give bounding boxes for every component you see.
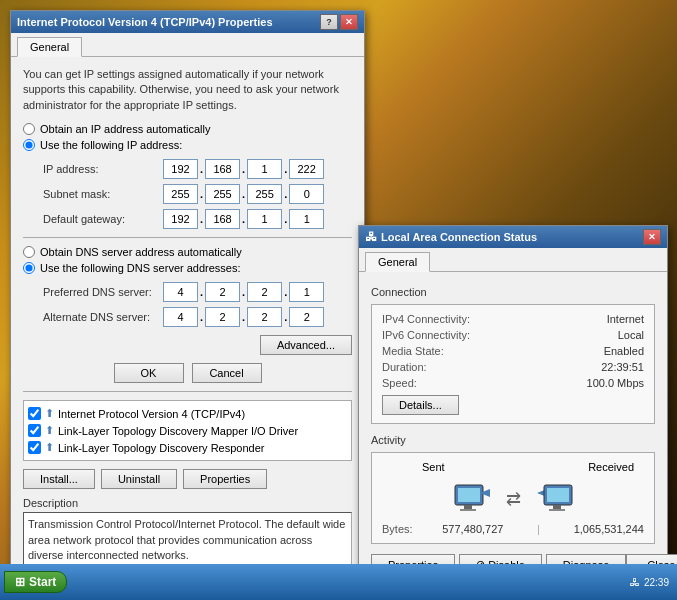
lac-tab-bar: General xyxy=(359,248,667,272)
lac-title-bar[interactable]: 🖧 Local Area Connection Status ✕ xyxy=(359,226,667,248)
speed-value: 100.0 Mbps xyxy=(587,377,644,389)
bytes-divider: | xyxy=(537,523,540,535)
gateway-seg-1[interactable] xyxy=(163,209,198,229)
ip-address-label: IP address: xyxy=(43,163,163,175)
lac-content: Connection IPv4 Connectivity: Internet I… xyxy=(359,272,667,585)
close-button[interactable]: ✕ xyxy=(340,14,358,30)
install-button[interactable]: Install... xyxy=(23,469,95,489)
speed-row: Speed: 100.0 Mbps xyxy=(382,377,644,389)
pdns-seg-3[interactable] xyxy=(247,282,282,302)
auto-ip-radio[interactable] xyxy=(23,123,35,135)
preferred-dns-row: Preferred DNS server: . . . xyxy=(43,282,352,302)
adns-seg-2[interactable] xyxy=(205,307,240,327)
details-btn-row: Details... xyxy=(382,395,644,415)
lac-title-icon: 🖧 xyxy=(365,230,377,244)
subnet-seg-3[interactable] xyxy=(247,184,282,204)
component-item-1[interactable]: ⬆ Internet Protocol Version 4 (TCP/IPv4) xyxy=(28,405,347,422)
component-cb-3[interactable] xyxy=(28,441,41,454)
ip-fields-group: IP address: . . . Subnet mask: . . xyxy=(43,159,352,229)
gateway-field[interactable]: . . . xyxy=(163,209,324,229)
pdns-seg-1[interactable] xyxy=(163,282,198,302)
ipv4-label: IPv4 Connectivity: xyxy=(382,313,470,325)
details-button[interactable]: Details... xyxy=(382,395,459,415)
cancel-button-1[interactable]: Cancel xyxy=(192,363,262,383)
preferred-dns-field[interactable]: . . . xyxy=(163,282,324,302)
component-label-3: Link-Layer Topology Discovery Responder xyxy=(58,442,264,454)
subnet-seg-4[interactable] xyxy=(289,184,324,204)
dns-radio-group: Obtain DNS server address automatically … xyxy=(23,246,352,274)
received-computer-icon xyxy=(527,481,577,517)
component-cb-1[interactable] xyxy=(28,407,41,420)
activity-sent-received-labels: Sent Received xyxy=(382,461,644,473)
gateway-seg-3[interactable] xyxy=(247,209,282,229)
uninstall-button[interactable]: Uninstall xyxy=(101,469,177,489)
ok-button-1[interactable]: OK xyxy=(114,363,184,383)
subnet-field[interactable]: . . . xyxy=(163,184,324,204)
sent-bytes-value: 577,480,727 xyxy=(442,523,503,535)
lac-title-text: Local Area Connection Status xyxy=(381,231,537,243)
activity-section: Sent Received ⇄ xyxy=(371,452,655,544)
ip-address-row: IP address: . . . xyxy=(43,159,352,179)
svg-rect-3 xyxy=(460,509,476,511)
adns-seg-3[interactable] xyxy=(247,307,282,327)
ipv4-value: Internet xyxy=(607,313,644,325)
ip-radio-group: Obtain an IP address automatically Use t… xyxy=(23,123,352,151)
component-item-2[interactable]: ⬆ Link-Layer Topology Discovery Mapper I… xyxy=(28,422,347,439)
lac-close-button[interactable]: ✕ xyxy=(643,229,661,245)
bytes-label: Bytes: xyxy=(382,523,413,535)
media-value: Enabled xyxy=(604,345,644,357)
auto-ip-label: Obtain an IP address automatically xyxy=(40,123,210,135)
adns-seg-1[interactable] xyxy=(163,307,198,327)
ip-address-field[interactable]: . . . xyxy=(163,159,324,179)
manual-ip-radio[interactable] xyxy=(23,139,35,151)
subnet-seg-2[interactable] xyxy=(205,184,240,204)
received-label: Received xyxy=(588,461,634,473)
ip-seg-3[interactable] xyxy=(247,159,282,179)
subnet-label: Subnet mask: xyxy=(43,188,163,200)
ip-seg-4[interactable] xyxy=(289,159,324,179)
network-tray-icon[interactable]: 🖧 xyxy=(630,577,640,588)
duration-row: Duration: 22:39:51 xyxy=(382,361,644,373)
manual-dns-radio-item[interactable]: Use the following DNS server addresses: xyxy=(23,262,352,274)
section-divider-1 xyxy=(23,237,352,238)
subnet-seg-1[interactable] xyxy=(163,184,198,204)
gateway-seg-4[interactable] xyxy=(289,209,324,229)
auto-dns-radio[interactable] xyxy=(23,246,35,258)
adns-seg-4[interactable] xyxy=(289,307,324,327)
auto-ip-radio-item[interactable]: Obtain an IP address automatically xyxy=(23,123,352,135)
manual-ip-radio-item[interactable]: Use the following IP address: xyxy=(23,139,352,151)
ipv6-value: Local xyxy=(618,329,644,341)
gateway-row: Default gateway: . . . xyxy=(43,209,352,229)
component-cb-2[interactable] xyxy=(28,424,41,437)
lac-tab-general[interactable]: General xyxy=(365,252,430,272)
tab-general[interactable]: General xyxy=(17,37,82,57)
ip-seg-1[interactable] xyxy=(163,159,198,179)
tcpip-title-bar[interactable]: Internet Protocol Version 4 (TCP/IPv4) P… xyxy=(11,11,364,33)
gateway-seg-2[interactable] xyxy=(205,209,240,229)
activity-header: Activity xyxy=(371,434,655,446)
connection-header: Connection xyxy=(371,286,655,298)
ip-seg-2[interactable] xyxy=(205,159,240,179)
alternate-dns-field[interactable]: . . . xyxy=(163,307,324,327)
alternate-dns-row: Alternate DNS server: . . . xyxy=(43,307,352,327)
svg-rect-9 xyxy=(549,509,565,511)
advanced-row: Advanced... xyxy=(23,335,352,355)
section-divider-2 xyxy=(23,391,352,392)
preferred-dns-label: Preferred DNS server: xyxy=(43,286,163,298)
start-button[interactable]: ⊞ Start xyxy=(4,571,67,593)
properties-button-2[interactable]: Properties xyxy=(183,469,267,489)
ipv6-label: IPv6 Connectivity: xyxy=(382,329,470,341)
manual-dns-radio[interactable] xyxy=(23,262,35,274)
component-item-3[interactable]: ⬆ Link-Layer Topology Discovery Responde… xyxy=(28,439,347,456)
advanced-button[interactable]: Advanced... xyxy=(260,335,352,355)
pdns-seg-2[interactable] xyxy=(205,282,240,302)
manual-dns-label: Use the following DNS server addresses: xyxy=(40,262,241,274)
pdns-seg-4[interactable] xyxy=(289,282,324,302)
auto-dns-radio-item[interactable]: Obtain DNS server address automatically xyxy=(23,246,352,258)
bytes-row: Bytes: 577,480,727 | 1,065,531,244 xyxy=(382,523,644,535)
help-button[interactable]: ? xyxy=(320,14,338,30)
tcpip-title-text: Internet Protocol Version 4 (TCP/IPv4) P… xyxy=(17,16,273,28)
components-list: ⬆ Internet Protocol Version 4 (TCP/IPv4)… xyxy=(23,400,352,461)
svg-rect-8 xyxy=(553,505,561,509)
lac-status-window: 🖧 Local Area Connection Status ✕ General… xyxy=(358,225,668,586)
